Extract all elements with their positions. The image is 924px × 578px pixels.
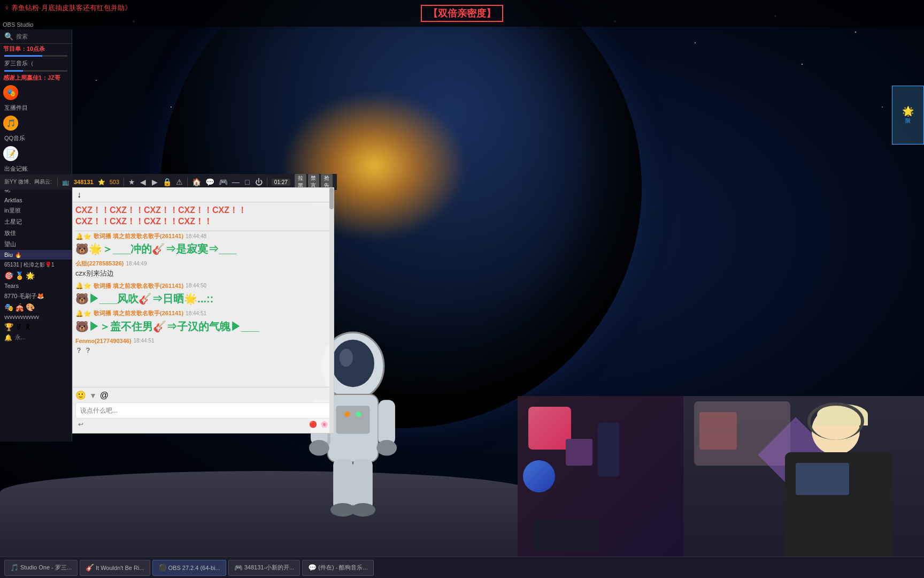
toolbar-icon-chat[interactable]: 💬 (205, 177, 214, 187)
chat-flower-icon[interactable]: 🌸 (320, 421, 328, 428)
icon-3: 🌟 (26, 271, 35, 280)
sidebar-item-65131[interactable]: 65131 | 松漳之影🌹1 (0, 260, 72, 270)
user-tears: Tears (4, 283, 19, 289)
toolbar-icon-power[interactable]: ⏻ (255, 177, 263, 187)
toolbar-icon-game[interactable]: 🎮 (219, 177, 228, 187)
sidebar-item-fangjia[interactable]: 放佳 (0, 227, 72, 239)
divider-4 (267, 178, 267, 186)
svg-point-35 (356, 411, 361, 417)
chat-msg-header-3: 🔔⭐ 歌词播 填之前发歌名歌手(261141) 18:44:50 (75, 282, 331, 291)
sidebar-item-music[interactable]: 罗三音乐（ (0, 58, 72, 69)
stream-title-area: ♀ 养鱼钻粉·月底抽皮肤客还有红包并助》 (0, 0, 214, 16)
icon-broadcast[interactable]: 🎭 (3, 85, 18, 100)
sidebar-item-biu[interactable]: Biu 🔥 (0, 250, 72, 260)
sidebar-item-arktlas[interactable]: Arktlas (0, 195, 72, 205)
chat-msg-normal1: 么狙(2278585326) 18:44:49 czx别来沾边 (75, 260, 331, 278)
icon-8: 🎖 (15, 323, 22, 331)
left-sidebar: 🔍 搜索 节目单：10点杀 罗三音乐（ 感谢上周嬴佳1：JZ哥 🎭 互播件目 🎵… (0, 29, 72, 442)
svg-rect-30 (353, 459, 373, 510)
user-vvvv: vvvvvvvvvvvvv (4, 314, 39, 320)
sidebar-footer: 🔔 永... (0, 332, 72, 343)
taskbar-studio-one[interactable]: 🎵 Studio One - 罗三... (4, 560, 78, 576)
sidebar-item-notes[interactable]: 出金记账 (0, 163, 72, 174)
at-btn[interactable]: @ (100, 391, 109, 400)
svg-rect-26 (378, 400, 395, 445)
sidebar-item-vvvv[interactable]: vvvvvvvvvvvvv (0, 313, 72, 322)
user-fangjia: 放佳 (4, 229, 16, 237)
song-text-1: 🐻🌟＞___冲的🎸⇒是寂寞⇒___ (75, 241, 331, 256)
user-maoshuazi: 8770·毛刷子🦊 (4, 292, 44, 300)
song-text-2: 🐻▶___风吹🎸⇒日晒🌟...:: (75, 291, 331, 306)
sidebar-item-wangshan[interactable]: 望山 (0, 239, 72, 250)
user-tuxingji: 土星记 (4, 218, 22, 226)
winner-info: 感谢上周嬴佳1：JZ哥 (0, 73, 72, 83)
chat-msg-song1: 🔔⭐ 歌词播 填之前发歌名歌手(261141) 18:44:48 🐻🌟＞___冲… (75, 232, 331, 257)
sidebar-item-qqmusic[interactable]: QQ音乐 (0, 133, 72, 144)
program-item-1: 节目单：10点杀 (0, 44, 72, 54)
user-inliban: in里班 (4, 207, 21, 215)
gift-btn[interactable]: ▼ (89, 391, 97, 400)
chat-header: ↓ (73, 188, 334, 202)
webcam-person (683, 396, 924, 578)
chat-emoji-icon[interactable]: 🔴 (309, 421, 317, 428)
sidebar-item-tuxingji[interactable]: 土星记 (0, 216, 72, 227)
toolbar-icon-screen[interactable]: □ (244, 177, 251, 187)
icon-row-1: 🎭 (0, 83, 72, 102)
emoji-btn[interactable]: 🙂 (75, 390, 86, 400)
chat-scroll-down[interactable]: ↓ (77, 190, 81, 200)
icon-qq-music[interactable]: 🎵 (3, 116, 18, 131)
toolbar-icon-4[interactable]: 🔒 (163, 177, 172, 187)
obs-icon: ⚫ (158, 564, 167, 572)
username-1: 歌词播 填之前发歌名歌手(261141) (94, 232, 183, 240)
chat-send-icon[interactable]: ↩ (78, 421, 83, 428)
time-4: 18:44:51 (186, 310, 206, 317)
notes-label: 出金记账 (4, 165, 28, 173)
toolbar-icon-5[interactable]: ⚠ (176, 177, 183, 187)
chat-input-field[interactable] (75, 402, 331, 419)
studio-one-icon: 🎵 (10, 564, 19, 572)
toolbar-icon-2[interactable]: ◀ (140, 177, 147, 187)
kugou-icon: 💬 (308, 564, 317, 572)
svg-point-22 (340, 349, 353, 367)
user-arktlas: Arktlas (4, 197, 22, 203)
user-icon-row-2: 🎭 🎪 🎨 (0, 302, 72, 313)
progress-fill-1 (4, 55, 42, 57)
sidebar-item-maoshuazi[interactable]: 8770·毛刷子🦊 (0, 291, 72, 302)
fan-count: 503 (110, 179, 119, 185)
user-icon-row-1: 🎯 🏅 🌟 (0, 270, 72, 281)
sidebar-item-inliban[interactable]: in里班 (0, 205, 72, 216)
person-body (785, 452, 892, 570)
svg-point-27 (309, 440, 329, 455)
progress-bar-2 (4, 70, 67, 72)
taskbar-yy[interactable]: 🎮 348131-小新的开... (228, 560, 301, 576)
scroll-indicator[interactable] (329, 202, 334, 387)
toolbar-icon-3[interactable]: ▶ (151, 177, 158, 187)
song-text-3: 🐻▶＞盖不住男🎸⇒子汉的气魄▶___ (75, 319, 331, 334)
sidebar-item-broadcast[interactable]: 互播件目 (0, 102, 72, 113)
fan-count-icon: ⭐ (98, 179, 105, 186)
taskbar-itwould[interactable]: 🎸 It Wouldn't Be Ri... (80, 560, 150, 576)
webcam-area (518, 396, 924, 578)
taskbar-kugou[interactable]: 💬 (件在) - 酷狗音乐... (302, 560, 373, 576)
song-icon-1: 🔔⭐ (75, 232, 91, 241)
toolbar-icon-1[interactable]: ★ (128, 177, 135, 187)
icon-notes[interactable]: 📝 (3, 146, 18, 161)
toolbar-icon-home[interactable]: 🏠 (192, 177, 201, 187)
toolbar-icon-settings[interactable]: — (232, 177, 240, 187)
icon-6: 🎨 (26, 303, 35, 311)
username-3: 歌词播 填之前发歌名歌手(261141) (94, 282, 183, 290)
divider-3 (187, 178, 188, 186)
itwould-label: It Wouldn't Be Ri... (96, 565, 144, 571)
taskbar-obs[interactable]: ⚫ OBS 27.2.4 (64-bi... (152, 560, 226, 576)
windows-taskbar: 🎵 Studio One - 罗三... 🎸 It Wouldn't Be Ri… (0, 557, 924, 578)
sidebar-item-tears[interactable]: Tears (0, 281, 72, 291)
svg-point-34 (344, 411, 350, 417)
yy-icon: 🎮 (234, 564, 243, 572)
chat-msg-song2: 🔔⭐ 歌词播 填之前发歌名歌手(261141) 18:44:50 🐻▶___风吹… (75, 282, 331, 306)
msg-text-2: czx别来沾边 (75, 269, 331, 278)
progress-fill-2 (4, 70, 23, 72)
chat-panel: ↓ CXZ！！CXZ！！CXZ！！CXZ！！CXZ！！ CXZ！！CXZ！！CX… (72, 187, 334, 434)
sidebar-footer-label: 永... (15, 333, 26, 341)
itwould-icon: 🎸 (86, 564, 94, 572)
top-center-banner: 【双倍亲密度】 (421, 5, 503, 22)
